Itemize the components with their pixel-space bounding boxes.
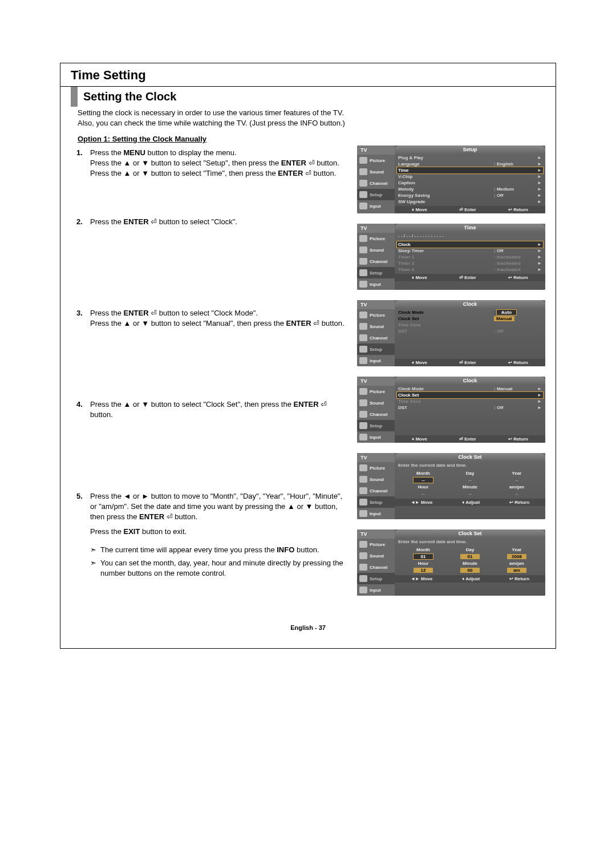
osd-tv-label: TV [357,529,395,539]
item-sleeptimer[interactable]: Sleep Timer: Off► [397,248,543,254]
setup-icon [359,346,367,353]
item-timer3: Timer 3: Inactivated► [397,266,543,273]
tab-picture[interactable]: Picture [357,539,395,550]
item-time[interactable]: Time► [397,167,543,173]
field-year[interactable]: 2008 [507,554,526,559]
tab-sound[interactable]: Sound [357,166,395,177]
field-month[interactable]: -- [414,478,433,483]
tab-sound[interactable]: Sound [357,321,395,332]
tab-input[interactable]: Input [357,431,395,443]
picture-icon [359,157,367,164]
tab-setup[interactable]: Setup [357,343,395,355]
item-language[interactable]: Language: English► [397,161,543,167]
item-caption[interactable]: Caption► [397,180,543,186]
tab-channel[interactable]: Channel [357,485,395,496]
field-day[interactable]: -- [449,478,491,483]
time-banner: - - / - - / - - - - - - : - - - - [395,232,545,240]
osd-footer: ◄► Move ♦ Adjust ↩ Return [395,499,545,506]
channel-icon [359,411,367,418]
note-info: ➣ The current time will appear every tim… [90,545,346,555]
item-clockset[interactable]: Clock Set Manual [397,316,543,322]
field-ampm[interactable]: am [507,568,526,573]
field-hour[interactable]: 12 [414,568,433,573]
option-heading: Option 1: Setting the Clock Manually [60,131,556,145]
tab-setup[interactable]: Setup [357,189,395,200]
sound-icon [359,323,367,330]
tab-setup[interactable]: Setup [357,573,395,584]
input-icon [359,203,367,209]
field-month[interactable]: 01 [414,554,433,559]
tab-sound[interactable]: Sound [357,474,395,485]
tab-channel[interactable]: Channel [357,561,395,573]
item-clockset[interactable]: Clock Set► [397,392,543,398]
tab-input[interactable]: Input [357,584,395,596]
osd-tv-label: TV [357,377,395,386]
channel-icon [359,334,367,341]
option-manual[interactable]: Manual [494,316,514,321]
tab-sound[interactable]: Sound [357,550,395,561]
item-melody[interactable]: Melody: Medium► [397,186,543,192]
field-hour[interactable]: -- [403,491,444,496]
setup-icon [359,422,367,429]
setup-icon [359,269,367,276]
field-minute[interactable]: -- [449,491,491,496]
setup-icon [359,575,367,582]
field-day[interactable]: 01 [460,554,480,559]
tab-channel[interactable]: Channel [357,256,395,267]
tab-picture[interactable]: Picture [357,155,395,166]
setup-icon [359,499,367,506]
channel-icon [359,564,367,571]
item-clockmode[interactable]: Clock Mode : Auto [397,309,543,316]
tab-input[interactable]: Input [357,355,395,366]
tab-setup[interactable]: Setup [357,420,395,431]
osd-time: TV Picture Sound Channel Setup Input Tim… [357,224,545,290]
osd-clock-set-select: TV Picture Sound Channel Setup Input Clo… [357,377,545,443]
step-number: 3. [76,308,90,329]
sound-icon [359,168,367,175]
tab-input[interactable]: Input [357,508,395,519]
tab-channel[interactable]: Channel [357,332,395,343]
tab-setup[interactable]: Setup [357,496,395,508]
channel-icon [359,258,367,265]
input-icon [359,357,367,364]
note-direct-entry: ➣ You can set the month, day, year, hour… [90,558,346,579]
tab-channel[interactable]: Channel [357,177,395,189]
osd-footer: ◄► Move ♦ Adjust ↩ Return [395,575,545,583]
option-auto[interactable]: Auto [497,310,516,315]
tab-sound[interactable]: Sound [357,244,395,256]
item-plugplay[interactable]: Plug & Play► [397,155,543,161]
tab-picture[interactable]: Picture [357,386,395,397]
osd-footer: ♦ Move ⏎ Enter ↩ Return [395,274,545,281]
picture-icon [359,312,367,318]
sound-icon [359,246,367,253]
tab-channel[interactable]: Channel [357,409,395,420]
channel-icon [359,487,367,494]
field-ampm[interactable]: -- [496,491,537,496]
enter-icon: ⏎ [167,512,173,521]
item-dst[interactable]: DST: Off► [397,405,543,411]
tab-sound[interactable]: Sound [357,397,395,409]
input-icon [359,510,367,517]
item-timer2: Timer 2: Inactivated► [397,260,543,266]
step-number: 4. [76,399,90,420]
field-minute[interactable]: 00 [460,568,480,573]
tab-picture[interactable]: Picture [357,462,395,474]
item-clock[interactable]: Clock► [397,241,543,248]
item-swupgrade[interactable]: SW Upgrade► [397,199,543,205]
tab-input[interactable]: Input [357,200,395,212]
item-timezone: Time Zone [397,322,543,328]
osd-footer: ♦ Move ⏎ Enter ↩ Return [395,206,545,213]
item-clockmode[interactable]: Clock Mode: Manual► [397,386,543,392]
item-vchip[interactable]: V-Chip► [397,173,543,180]
tab-picture[interactable]: Picture [357,233,395,244]
tab-setup[interactable]: Setup [357,267,395,278]
osd-footer: ♦ Move ⏎ Enter ↩ Return [395,435,545,443]
item-energy[interactable]: Energy Saving: Off► [397,192,543,199]
osd-clockset-filled: TV Picture Sound Channel Setup Input Clo… [357,529,545,596]
item-timer1: Timer 1: Inactivated► [397,254,543,260]
tab-picture[interactable]: Picture [357,309,395,321]
enter-icon: ⏎ [309,159,315,167]
step-number: 2. [76,217,90,227]
tab-input[interactable]: Input [357,278,395,290]
field-year[interactable]: -- [496,478,537,483]
